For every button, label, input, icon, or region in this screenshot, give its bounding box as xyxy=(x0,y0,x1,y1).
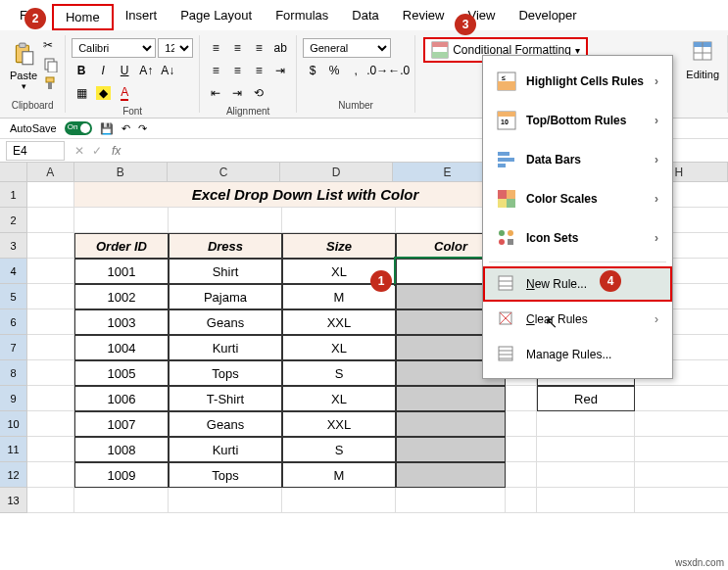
decrease-indent-button[interactable]: ⇤ xyxy=(206,83,225,103)
cell-C5[interactable]: Pajama xyxy=(169,284,282,309)
cell-D12[interactable]: M xyxy=(282,462,396,488)
cell-E9[interactable] xyxy=(396,386,506,411)
cell-H10[interactable] xyxy=(635,411,728,437)
cell-B12[interactable]: 1009 xyxy=(74,462,169,488)
comma-button[interactable]: , xyxy=(346,61,365,80)
cell-H13[interactable] xyxy=(635,488,728,513)
bold-button[interactable]: B xyxy=(72,61,91,80)
row-header-2[interactable]: 2 xyxy=(0,208,27,233)
decrease-font-button[interactable]: A↓ xyxy=(158,61,177,80)
redo-icon[interactable]: ↷ xyxy=(138,122,147,135)
increase-decimal-button[interactable]: .0→ xyxy=(367,61,387,80)
row-header-12[interactable]: 12 xyxy=(0,462,27,488)
tab-formulas[interactable]: Formulas xyxy=(264,4,340,30)
select-all-corner[interactable] xyxy=(0,163,27,182)
save-icon[interactable]: 💾 xyxy=(100,122,114,135)
cell-A10[interactable] xyxy=(27,411,74,437)
cell-C11[interactable]: Kurti xyxy=(169,437,282,462)
cell-E11[interactable] xyxy=(396,437,506,462)
col-header-C[interactable]: C xyxy=(168,163,280,182)
cell-D9[interactable]: XL xyxy=(282,386,396,411)
cell-B9[interactable]: 1006 xyxy=(74,386,169,411)
tab-page-layout[interactable]: Page Layout xyxy=(169,4,264,30)
cell-H9[interactable] xyxy=(635,386,728,411)
number-format-select[interactable]: General xyxy=(303,38,391,58)
currency-button[interactable]: $ xyxy=(303,61,322,80)
cell-A8[interactable] xyxy=(27,360,74,386)
italic-button[interactable]: I xyxy=(93,61,113,80)
increase-indent-button[interactable]: ⇥ xyxy=(227,83,247,103)
wrap-text-button[interactable]: ab xyxy=(270,38,290,58)
cell-C10[interactable]: Geans xyxy=(169,411,282,437)
cell-F12[interactable] xyxy=(506,462,537,488)
align-top-button[interactable]: ≡ xyxy=(206,38,225,58)
format-painter-icon[interactable] xyxy=(43,75,59,91)
cell-C7[interactable]: Kurti xyxy=(169,335,282,360)
align-center-button[interactable]: ≡ xyxy=(227,61,247,80)
cell-F13[interactable] xyxy=(506,488,537,513)
decrease-decimal-button[interactable]: ←.0 xyxy=(389,61,409,80)
cell-B4[interactable]: 1001 xyxy=(74,259,169,284)
cell-C8[interactable]: Tops xyxy=(169,360,282,386)
row-header-11[interactable]: 11 xyxy=(0,437,27,462)
row-header-13[interactable]: 13 xyxy=(0,488,27,513)
enter-formula-icon[interactable]: ✓ xyxy=(88,144,106,158)
cell-E10[interactable] xyxy=(396,411,506,437)
merge-button[interactable]: ⇥ xyxy=(270,61,290,80)
cell-B11[interactable]: 1008 xyxy=(74,437,169,462)
percent-button[interactable]: % xyxy=(324,61,344,80)
cell-C12[interactable]: Tops xyxy=(169,462,282,488)
cell-D11[interactable]: S xyxy=(282,437,396,462)
cell-D7[interactable]: XL xyxy=(282,335,396,360)
undo-icon[interactable]: ↶ xyxy=(121,122,130,135)
cf-new-rule[interactable]: New Rule... xyxy=(483,266,672,302)
title-banner[interactable]: Excel Drop Down List with Color xyxy=(74,182,537,208)
row-header-1[interactable]: 1 xyxy=(0,182,27,208)
cf-color-scales[interactable]: Color Scales› xyxy=(483,179,672,218)
font-color-button[interactable]: A xyxy=(115,83,134,103)
align-bottom-button[interactable]: ≡ xyxy=(249,38,268,58)
cf-top-bottom[interactable]: 10 Top/Bottom Rules› xyxy=(483,101,672,140)
col-header-A[interactable]: A xyxy=(27,163,74,182)
cell-B8[interactable]: 1005 xyxy=(74,360,169,386)
cell-D8[interactable]: S xyxy=(282,360,396,386)
row-header-5[interactable]: 5 xyxy=(0,284,27,309)
cell-A3[interactable] xyxy=(27,233,74,259)
cell-F10[interactable] xyxy=(506,411,537,437)
align-right-button[interactable]: ≡ xyxy=(249,61,268,80)
orientation-button[interactable]: ⟲ xyxy=(249,83,268,103)
cell-B6[interactable]: 1003 xyxy=(74,309,169,335)
tab-insert[interactable]: Insert xyxy=(114,4,170,30)
cell-C6[interactable]: Geans xyxy=(169,309,282,335)
cell-A11[interactable] xyxy=(27,437,74,462)
cell-A13[interactable] xyxy=(27,488,74,513)
row-header-6[interactable]: 6 xyxy=(0,309,27,335)
increase-font-button[interactable]: A↑ xyxy=(136,61,156,80)
col-header-B[interactable]: B xyxy=(74,163,168,182)
cell-A1[interactable] xyxy=(27,182,74,208)
copy-icon[interactable] xyxy=(43,57,59,72)
header-size[interactable]: Size xyxy=(282,233,396,259)
underline-button[interactable]: U xyxy=(115,61,134,80)
row-header-10[interactable]: 10 xyxy=(0,411,27,437)
cell-C2[interactable] xyxy=(169,208,282,233)
cell-B7[interactable]: 1004 xyxy=(74,335,169,360)
cf-highlight-cells[interactable]: ≤ Highlight Cells Rules› xyxy=(483,62,672,101)
align-middle-button[interactable]: ≡ xyxy=(227,38,247,58)
row-header-4[interactable]: 4 xyxy=(0,259,27,284)
col-header-D[interactable]: D xyxy=(280,163,393,182)
cell-C13[interactable] xyxy=(169,488,282,513)
cell-D10[interactable]: XXL xyxy=(282,411,396,437)
cf-manage-rules[interactable]: Manage Rules... xyxy=(483,337,672,372)
cell-A5[interactable] xyxy=(27,284,74,309)
cell-D6[interactable]: XXL xyxy=(282,309,396,335)
cut-icon[interactable]: ✂ xyxy=(43,38,59,54)
tab-developer[interactable]: Developer xyxy=(507,4,588,30)
cell-A2[interactable] xyxy=(27,208,74,233)
cell-B5[interactable]: 1002 xyxy=(74,284,169,309)
fx-icon[interactable]: fx xyxy=(106,144,126,158)
font-size-select[interactable]: 12 xyxy=(158,38,193,58)
borders-button[interactable]: ▦ xyxy=(72,83,91,103)
cf-data-bars[interactable]: Data Bars› xyxy=(483,140,672,179)
row-header-8[interactable]: 8 xyxy=(0,360,27,386)
